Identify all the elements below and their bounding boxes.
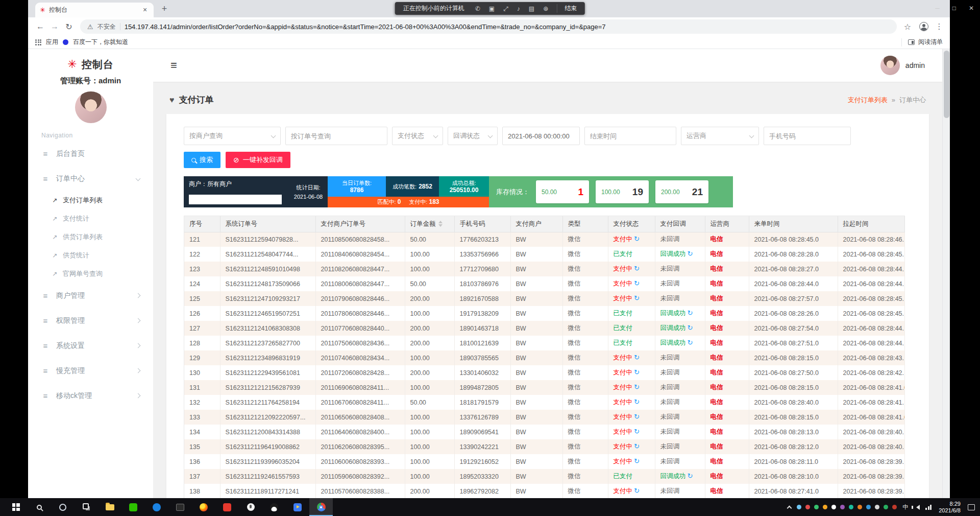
table-row[interactable]: 133 S16231121212092220597... 20110650608…: [184, 410, 904, 425]
tray-icon[interactable]: [857, 505, 862, 509]
qq-icon[interactable]: [262, 498, 286, 516]
refresh-callback-icon[interactable]: ↻: [688, 339, 693, 346]
table-row[interactable]: 136 S16231121193996035204 20110600608082…: [184, 454, 904, 469]
sidebar-item-后台首页[interactable]: ≡ 后台首页: [28, 141, 153, 166]
refresh-status-icon[interactable]: ↻: [634, 294, 640, 302]
sidebar-item-慢充管理[interactable]: ≡ 慢充管理: [28, 358, 153, 383]
tray-icon[interactable]: [805, 505, 810, 509]
table-row[interactable]: 125 S16231121247109293217 20110790608082…: [184, 291, 904, 306]
header-user[interactable]: admin: [880, 56, 925, 75]
sidebar-subitem-官网单号查询[interactable]: ↗ 官网单号查询: [28, 265, 153, 283]
table-row[interactable]: 121 S162311212594079828... 2011085060808…: [184, 232, 904, 247]
tray-icon[interactable]: [831, 505, 836, 509]
carrier-select[interactable]: 运营商: [681, 127, 759, 145]
tray-icon[interactable]: [866, 505, 871, 509]
app-red-icon[interactable]: [215, 498, 239, 516]
table-row[interactable]: 131 S16231121212156287939 20110690608082…: [184, 380, 904, 395]
tray-icon[interactable]: [884, 505, 888, 509]
page-scrollbar[interactable]: [942, 49, 950, 498]
refresh-status-icon[interactable]: ↻: [634, 265, 640, 272]
forward-icon[interactable]: →: [47, 19, 62, 34]
tray-icon[interactable]: [814, 505, 819, 509]
column-header[interactable]: 支付商户订单号: [315, 216, 405, 232]
sidebar-subitem-供货统计[interactable]: ↗ 供货统计: [28, 246, 153, 265]
tray-icon[interactable]: [840, 505, 845, 509]
sidebar-subitem-支付订单列表[interactable]: ↗ 支付订单列表: [28, 191, 153, 209]
table-row[interactable]: 137 S16231121192461557593 20110590608082…: [184, 469, 904, 484]
minimize-button[interactable]: ─: [935, 5, 940, 12]
table-row[interactable]: 126 S16231121246519507251 20110780608082…: [184, 306, 904, 321]
phone-input[interactable]: [764, 127, 851, 145]
pin-icon[interactable]: ⊕: [543, 6, 548, 12]
back-icon[interactable]: ←: [33, 19, 47, 34]
column-header[interactable]: 手机号码: [454, 216, 510, 232]
column-header[interactable]: 来单时间: [749, 216, 838, 232]
sidebar-item-系统设置[interactable]: ≡ 系统设置: [28, 333, 153, 358]
table-row[interactable]: 132 S16231121211764258194 20110670608082…: [184, 395, 904, 410]
refresh-status-icon[interactable]: ↻: [634, 457, 640, 465]
refresh-status-icon[interactable]: ↻: [634, 442, 640, 450]
column-header[interactable]: 订单金额: [405, 216, 454, 232]
wechat-icon[interactable]: [121, 498, 145, 516]
firefox-icon[interactable]: [192, 498, 215, 516]
search-button[interactable]: 搜索: [184, 152, 220, 168]
resend-callback-button[interactable]: ⊘ 一键补发回调: [226, 152, 290, 168]
ime-indicator[interactable]: 中: [901, 503, 909, 511]
reading-list-button[interactable]: 阅读清单: [901, 38, 943, 46]
profile-avatar-icon[interactable]: [919, 22, 928, 31]
table-row[interactable]: 128 S16231121237265827700 20110750608082…: [184, 336, 904, 350]
address-bar[interactable]: ⚠ 不安全 154.197.48.141/admin/order/listOrd…: [80, 19, 897, 34]
sort-icon[interactable]: [438, 221, 443, 227]
chrome-icon[interactable]: [309, 498, 333, 516]
refresh-status-icon[interactable]: ↻: [634, 368, 640, 376]
user-avatar[interactable]: [75, 91, 107, 123]
table-row[interactable]: 129 S16231121234896831919 20110740608082…: [184, 350, 904, 365]
column-header[interactable]: 类型: [562, 216, 608, 232]
sidebar-item-移动ck管理[interactable]: ≡ 移动ck管理: [28, 383, 153, 408]
browser-menu-icon[interactable]: ⋮: [934, 22, 945, 31]
terminal-icon[interactable]: [168, 498, 192, 516]
refresh-callback-icon[interactable]: ↻: [688, 324, 693, 332]
breadcrumb-parent[interactable]: 订单中心: [899, 96, 926, 105]
cortana-button[interactable]: [51, 498, 75, 516]
end-time-input[interactable]: [584, 127, 676, 145]
tray-icon[interactable]: [875, 505, 879, 509]
close-button[interactable]: ✕: [969, 5, 974, 12]
pay-status-select[interactable]: 支付状态: [392, 127, 443, 145]
column-header[interactable]: 支付状态: [608, 216, 655, 232]
network-icon[interactable]: [925, 505, 932, 510]
header-avatar[interactable]: [880, 56, 900, 75]
volume-icon[interactable]: [914, 505, 920, 510]
refresh-page-icon[interactable]: ↻: [62, 19, 76, 34]
maximize-button[interactable]: □: [952, 5, 956, 12]
refresh-status-icon[interactable]: ↻: [634, 279, 640, 287]
column-header[interactable]: 序号: [184, 216, 220, 232]
refresh-status-icon[interactable]: ↻: [634, 354, 640, 361]
table-row[interactable]: 122 S162311212548047744... 2011084060808…: [184, 247, 904, 262]
bookmark-baidu[interactable]: 百度一下，你就知道: [73, 38, 128, 46]
table-row[interactable]: 135 S16231121196419008862 20110620608082…: [184, 439, 904, 454]
refresh-status-icon[interactable]: ↻: [634, 383, 640, 391]
sidebar-item-权限管理[interactable]: ≡ 权限管理: [28, 308, 153, 333]
task-view-button[interactable]: [75, 498, 98, 516]
stats-merchant-input[interactable]: [189, 195, 282, 204]
refresh-callback-icon[interactable]: ↻: [688, 472, 693, 480]
scale-icon[interactable]: ▣: [489, 6, 495, 12]
media-player-icon[interactable]: [286, 498, 309, 516]
new-tab-button[interactable]: +: [158, 2, 171, 15]
bookmark-star-icon[interactable]: ☆: [901, 22, 914, 32]
refresh-status-icon[interactable]: ↻: [634, 398, 640, 406]
table-row[interactable]: 123 S16231121248591010498 20110820608082…: [184, 262, 904, 276]
action-center-icon[interactable]: [968, 504, 975, 510]
breadcrumb-current[interactable]: 支付订单列表: [848, 96, 888, 105]
sidebar-item-订单中心[interactable]: ≡ 订单中心: [28, 166, 153, 191]
logo[interactable]: ✳ 控制台: [28, 55, 153, 74]
column-header[interactable]: 系统订单号: [220, 216, 315, 232]
phone-icon[interactable]: ✆: [475, 6, 480, 12]
hamburger-menu-icon[interactable]: ≡: [170, 59, 177, 72]
start-button[interactable]: [4, 498, 28, 516]
tab-close-icon[interactable]: ×: [141, 6, 149, 14]
refresh-callback-icon[interactable]: ↻: [688, 309, 693, 317]
tray-icon[interactable]: [797, 505, 801, 509]
scrollbar-thumb[interactable]: [944, 51, 949, 118]
